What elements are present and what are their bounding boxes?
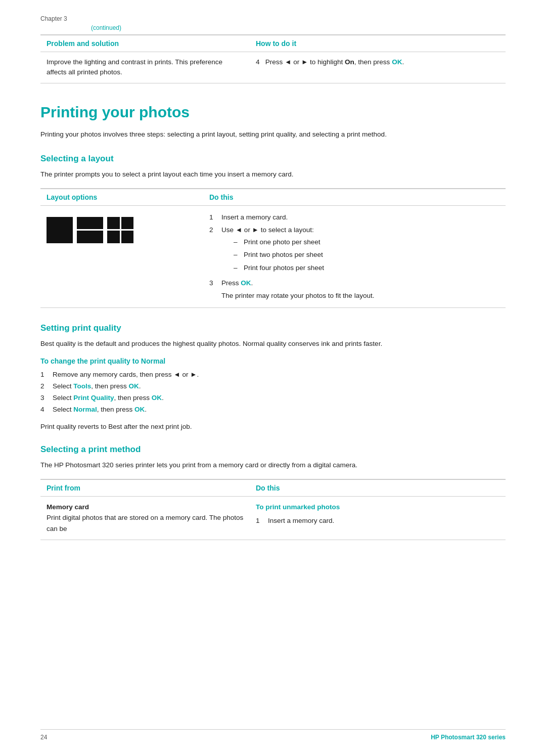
selecting-print-method-text: The HP Photosmart 320 series printer let… (40, 460, 506, 471)
top-table-header-problem: Problem and solution (40, 35, 250, 52)
selecting-print-method-section: Selecting a print method The HP Photosma… (40, 444, 506, 540)
layout-note: The printer may rotate your photos to fi… (221, 290, 499, 301)
layout-steps-cell: 1 Insert a memory card. 2 Use ◄ or ► to … (203, 205, 506, 307)
selecting-layout-heading: Selecting a layout (40, 154, 506, 164)
list-item: 1 Insert a memory card. (256, 515, 499, 527)
intro-text: Printing your photos involves three step… (40, 129, 506, 140)
page-number: 24 (40, 734, 47, 741)
howto-cell: 4 Press ◄ or ► to highlight On, then pre… (250, 52, 506, 83)
step-text: Select Normal, then press OK. (53, 404, 147, 416)
list-item: Print one photo per sheet (234, 237, 324, 248)
step-text: Remove any memory cards, then press ◄ or… (53, 369, 199, 381)
list-item: Print two photos per sheet (234, 249, 324, 260)
list-item: 2 Use ◄ or ► to select a layout: Print o… (209, 225, 499, 275)
revert-text: Print quality reverts to Best after the … (40, 423, 506, 430)
table-row: Memory card Print digital photos that ar… (40, 496, 506, 540)
step-num: 2 (40, 381, 50, 392)
step-text: Press ◄ or ► to highlight On, then press… (265, 58, 404, 66)
selecting-layout-section: Selecting a layout The printer prompts y… (40, 154, 506, 308)
step-text: Select Tools, then press OK. (53, 381, 141, 392)
layout-steps-list: 1 Insert a memory card. 2 Use ◄ or ► to … (209, 212, 499, 289)
quality-steps-list: 1 Remove any memory cards, then press ◄ … (40, 369, 506, 416)
product-name: HP Photosmart 320 series (431, 734, 506, 741)
step-text: Insert a memory card. (268, 515, 334, 527)
list-item: 1 Insert a memory card. (209, 212, 499, 223)
layout-col2-header: Do this (203, 189, 506, 206)
list-item: Print four photos per sheet (234, 262, 324, 274)
memory-card-desc: Print digital photos that are stored on … (47, 512, 244, 534)
list-item: 1 Remove any memory cards, then press ◄ … (40, 369, 506, 381)
list-item: 4 Select Normal, then press OK. (40, 404, 506, 416)
step-text: Select Print Quality, then press OK. (53, 392, 164, 404)
print-source-cell: Memory card Print digital photos that ar… (40, 496, 250, 540)
step-num: 1 (256, 515, 265, 527)
list-item: 3 Press OK. (209, 278, 499, 289)
step-number: 4 (256, 58, 260, 66)
list-item: 3 Select Print Quality, then press OK. (40, 392, 506, 404)
step-num: 1 (209, 212, 218, 223)
layout-table-row: 1 Insert a memory card. 2 Use ◄ or ► to … (40, 205, 506, 307)
problem-cell: Improve the lighting and contrast in pri… (40, 52, 250, 83)
footer: 24 HP Photosmart 320 series (40, 729, 506, 741)
setting-quality-heading: Setting print quality (40, 323, 506, 333)
print-col1-header: Print from (40, 479, 250, 497)
print-do-cell: To print unmarked photos 1 Insert a memo… (250, 496, 506, 540)
print-table: Print from Do this Memory card Print dig… (40, 479, 506, 540)
sub-list: Print one photo per sheet Print two phot… (234, 237, 324, 274)
to-print-unmarked-heading: To print unmarked photos (256, 502, 499, 513)
table-row: Improve the lighting and contrast in pri… (40, 52, 506, 83)
layout-icons (47, 212, 197, 248)
top-table: Problem and solution How to do it Improv… (40, 34, 506, 83)
continued-label: (continued) (40, 24, 506, 31)
chapter-label: Chapter 3 (40, 15, 506, 22)
main-heading: Printing your photos (40, 104, 506, 121)
setting-quality-text: Best quality is the default and produces… (40, 338, 506, 349)
selecting-print-method-heading: Selecting a print method (40, 444, 506, 455)
step-num: 3 (209, 278, 218, 289)
selecting-layout-text: The printer prompts you to select a prin… (40, 169, 506, 180)
single-photo-icon (47, 217, 73, 243)
quad-photo-icon (107, 217, 133, 243)
step-num: 3 (40, 392, 50, 404)
memory-card-label: Memory card (47, 502, 244, 513)
step-text: Press OK. (221, 278, 253, 289)
layout-icons-cell (40, 205, 203, 307)
step-num: 1 (40, 369, 50, 381)
print-steps-list: 1 Insert a memory card. (256, 515, 499, 527)
list-item: 2 Select Tools, then press OK. (40, 381, 506, 392)
top-table-header-how: How to do it (250, 35, 506, 52)
setting-quality-section: Setting print quality Best quality is th… (40, 323, 506, 430)
double-photo-icon (77, 217, 103, 243)
layout-table: Layout options Do this (40, 188, 506, 308)
print-col2-header: Do this (250, 479, 506, 497)
step-num: 2 (209, 225, 218, 275)
step-text: Use ◄ or ► to select a layout: Print one… (221, 225, 324, 275)
layout-col1-header: Layout options (40, 189, 203, 206)
step-text: Insert a memory card. (221, 212, 288, 223)
to-change-heading: To change the print quality to Normal (40, 357, 506, 365)
step-num: 4 (40, 404, 50, 416)
page-container: Chapter 3 (continued) Problem and soluti… (0, 0, 546, 586)
